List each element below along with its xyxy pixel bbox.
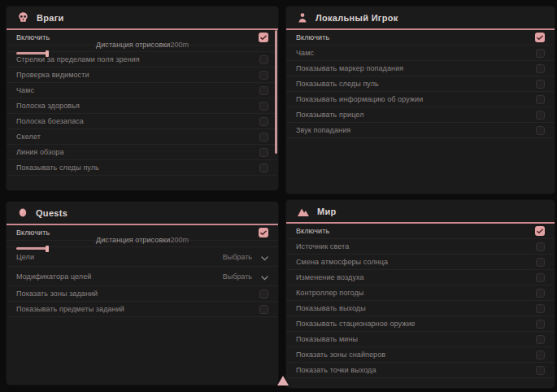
row-label: Показывать предметы заданий [16, 305, 124, 313]
row-toggle: Показать точки выхода [286, 363, 555, 378]
checkbox[interactable] [536, 111, 545, 120]
row-toggle: Звук попадания [286, 123, 555, 138]
checkbox[interactable] [259, 71, 268, 80]
panel-header: Враги [7, 7, 278, 28]
checkbox[interactable] [536, 366, 545, 375]
row-label: Включить [16, 33, 50, 41]
row-label: Включить [16, 229, 50, 237]
row-label: Модификатора целей [16, 272, 91, 281]
row-toggle: Показывать мины [286, 332, 555, 347]
checkbox[interactable] [536, 351, 545, 359]
slider-fill [16, 247, 46, 250]
checkbox[interactable] [259, 148, 268, 157]
checkbox[interactable] [536, 335, 545, 344]
row-label: Включить [296, 33, 329, 41]
checkbox[interactable] [536, 289, 545, 298]
row-label: Полоска боезапаса [16, 117, 84, 125]
row-toggle: Включить [286, 30, 555, 46]
row-toggle: Показывать следы пуль [286, 76, 555, 92]
slider-value: 200m [170, 41, 189, 49]
checkbox[interactable] [535, 33, 545, 42]
panel-body: ВключитьИсточник светаСмена атмосферы со… [286, 224, 555, 378]
row-label: Источник света [296, 242, 349, 250]
row-label: Показывать прицел [296, 111, 364, 119]
slider-handle[interactable] [46, 246, 49, 252]
panel-title: Quests [36, 208, 67, 218]
slider-label-row: Дистанция отрисовки200m [96, 236, 189, 244]
checkbox[interactable] [536, 95, 545, 104]
row-toggle: Смена атмосферы солнца [286, 255, 555, 270]
checkbox[interactable] [259, 117, 268, 126]
row-toggle: Показывать следы пуль [7, 160, 278, 176]
row-label: Чамс [16, 86, 34, 94]
row-label: Стрелки за пределами поля зрения [16, 55, 140, 63]
row-toggle: Чамс [7, 83, 278, 98]
panel-title: Локальный Игрок [315, 13, 398, 23]
row-toggle: Проверка видимости [7, 68, 278, 83]
panel-quests: QuestsВключитьДистанция отрисовки200mЦел… [7, 202, 278, 385]
row-label: Показывать стационарное оружие [296, 320, 416, 328]
dropdown[interactable]: Выбрать [223, 269, 268, 284]
checkbox[interactable] [259, 55, 268, 64]
row-toggle: Показывать стационарное оружие [286, 316, 555, 332]
slider-value: 200m [170, 236, 189, 244]
checkbox[interactable] [536, 49, 545, 58]
row-label: Дистанция отрисовки [96, 236, 170, 244]
checkbox[interactable] [536, 320, 545, 329]
row-toggle: Изменение воздуха [286, 270, 555, 285]
panel-header: Мир [286, 200, 555, 222]
checkbox[interactable] [535, 226, 545, 236]
row-toggle: Чамс [286, 46, 555, 61]
row-label: Проверка видимости [16, 71, 89, 79]
person-icon [297, 12, 308, 24]
checkbox[interactable] [259, 102, 268, 111]
slider-label-row: Дистанция отрисовки200m [96, 41, 189, 49]
checkbox[interactable] [536, 273, 545, 282]
row-toggle: Показывать прицел [286, 107, 555, 123]
checkbox[interactable] [259, 305, 268, 314]
row-toggle: Показывать предметы заданий [7, 302, 278, 317]
row-label: Смена атмосферы солнца [296, 258, 388, 266]
checkbox[interactable] [536, 80, 545, 89]
row-label: Звук попадания [296, 126, 350, 134]
row-label: Линия обзора [16, 148, 64, 156]
panel-local-player: Локальный ИгрокВключитьЧамсПоказывать ма… [286, 7, 555, 194]
row-label: Показать точки выхода [296, 366, 376, 374]
row-toggle: Полоска здоровья [7, 98, 278, 114]
skull-icon [17, 11, 29, 24]
checkbox[interactable] [259, 290, 268, 298]
slider-fill [16, 52, 46, 54]
row-label: Изменение воздуха [296, 273, 364, 281]
row-toggle: Полоска боезапаса [7, 114, 278, 129]
row-label: Скелет [16, 133, 41, 141]
panel-header: Quests [7, 202, 278, 224]
row-toggle: Скелет [7, 129, 278, 145]
scrollbar[interactable] [275, 30, 277, 154]
row-label: Показывать следы пуль [296, 80, 379, 88]
checkbox[interactable] [536, 304, 545, 313]
row-slider: Дистанция отрисовки200m [7, 46, 278, 52]
checkbox[interactable] [259, 163, 268, 172]
row-label: Показать зоны снайперов [296, 351, 385, 359]
checkbox[interactable] [259, 33, 268, 42]
row-slider: Дистанция отрисовки200m [7, 241, 278, 247]
row-toggle: Показывать выходы [286, 301, 555, 316]
row-toggle: Показать зоны заданий [7, 286, 278, 302]
checkbox[interactable] [536, 258, 545, 267]
row-label: Показывать выходы [296, 304, 366, 312]
checkbox[interactable] [536, 64, 545, 73]
dropdown-value: Выбрать [223, 253, 252, 261]
row-label: Показывать мины [296, 335, 358, 343]
row-label: Показывать следы пуль [16, 163, 99, 172]
checkbox[interactable] [259, 133, 268, 142]
row-select: Модификатора целейВыбрать [7, 267, 278, 286]
checkbox[interactable] [536, 126, 545, 135]
row-toggle: Контроллер погоды [286, 285, 555, 301]
panel-body: ВключитьДистанция отрисовки200mСтрелки з… [7, 30, 278, 176]
chevron-down-icon [261, 250, 268, 264]
panel-world: МирВключитьИсточник светаСмена атмосферы… [286, 200, 555, 388]
checkbox[interactable] [259, 228, 268, 237]
checkbox[interactable] [536, 242, 545, 251]
dropdown[interactable]: Выбрать [223, 250, 268, 264]
checkbox[interactable] [259, 86, 268, 95]
